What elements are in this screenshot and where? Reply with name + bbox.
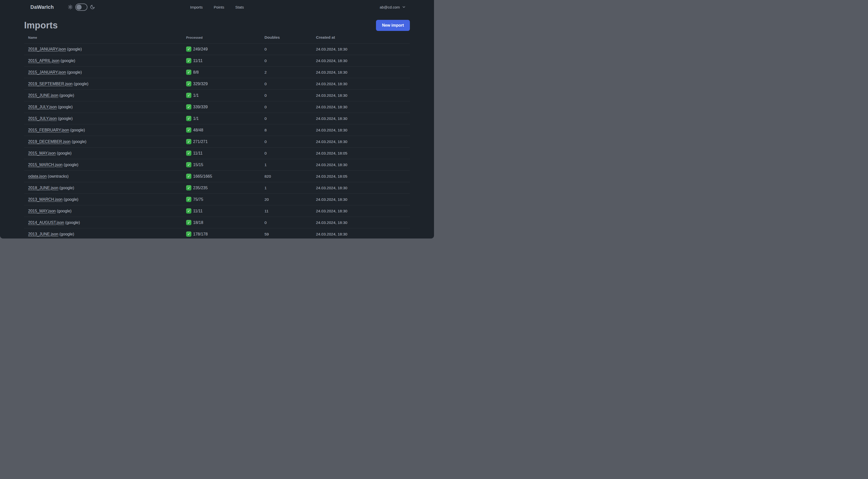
import-file-link[interactable]: 2015_FEBRUARY.json	[28, 128, 69, 132]
table-row: 2019_DECEMBER.json (google) 271/271 0 24…	[24, 136, 410, 147]
column-header-name: Name	[24, 36, 186, 39]
import-name-cell: 2015_JUNE.json (google)	[24, 93, 186, 98]
doubles-cell: 0	[265, 47, 316, 52]
import-source: (google)	[58, 105, 73, 109]
processed-count: 8/8	[193, 70, 199, 74]
success-check-icon	[186, 47, 191, 52]
theme-toggle-switch[interactable]	[75, 3, 87, 11]
import-source: (google)	[60, 93, 74, 97]
processed-count: 271/271	[193, 140, 208, 144]
import-file-link[interactable]: 2015_MAY.json	[28, 209, 56, 213]
import-file-link[interactable]: 2019_SEPTEMBER.json	[28, 82, 72, 86]
theme-toggle-group	[68, 3, 95, 11]
created-at-cell: 24.03.2024, 18:30	[316, 186, 410, 190]
import-source: (google)	[64, 197, 79, 202]
import-source: (google)	[71, 140, 86, 144]
nav-link-stats[interactable]: Stats	[235, 5, 244, 9]
processed-count: 11/11	[193, 209, 203, 213]
brand-logo[interactable]: DaWarIch	[30, 4, 54, 10]
doubles-cell: 0	[265, 220, 316, 225]
import-file-link[interactable]: odata.json	[28, 174, 47, 178]
doubles-cell: 1	[265, 186, 316, 190]
success-check-icon	[186, 70, 191, 75]
import-file-link[interactable]: 2019_DECEMBER.json	[28, 140, 70, 144]
import-source: (google)	[57, 151, 71, 155]
doubles-cell: 0	[265, 116, 316, 121]
processed-count: 75/75	[193, 197, 203, 202]
table-row: 2015_MAY.json (google) 11/11 0 24.03.202…	[24, 147, 410, 159]
processed-cell: 11/11	[186, 58, 265, 63]
success-check-icon	[186, 197, 191, 202]
table-row: 2013_MARCH.json (google) 75/75 20 24.03.…	[24, 193, 410, 205]
processed-count: 235/235	[193, 186, 208, 190]
import-source: (google)	[64, 162, 79, 167]
created-at-cell: 24.03.2024, 18:30	[316, 220, 410, 225]
import-file-link[interactable]: 2015_JUNE.json	[28, 93, 58, 97]
created-at-cell: 24.03.2024, 18:30	[316, 162, 410, 167]
import-file-link[interactable]: 2015_JULY.json	[28, 116, 57, 121]
success-check-icon	[186, 58, 191, 63]
toggle-knob	[76, 4, 82, 10]
table-row: 2015_JANUARY.json (google) 8/8 2 24.03.2…	[24, 66, 410, 78]
created-at-cell: 24.03.2024, 18:30	[316, 70, 410, 74]
processed-count: 339/339	[193, 105, 208, 109]
imports-table: Name Processed Doubles Created at 2018_J…	[24, 32, 410, 239]
import-source: (google)	[70, 128, 85, 132]
import-name-cell: 2015_JULY.json (google)	[24, 116, 186, 121]
import-file-link[interactable]: 2018_JUNE.json	[28, 186, 58, 190]
import-file-link[interactable]: 2013_MARCH.json	[28, 197, 63, 202]
doubles-cell: 8	[265, 128, 316, 132]
success-check-icon	[186, 104, 191, 110]
import-file-link[interactable]: 2015_APRIL.json	[28, 59, 60, 63]
processed-count: 329/329	[193, 82, 208, 86]
doubles-cell: 820	[265, 174, 316, 179]
import-file-link[interactable]: 2015_MARCH.json	[28, 162, 63, 167]
created-at-cell: 24.03.2024, 18:05	[316, 151, 410, 155]
import-name-cell: 2015_JANUARY.json (google)	[24, 70, 186, 74]
navbar: DaWarIch Imports	[0, 0, 434, 14]
column-header-created-at: Created at	[316, 35, 410, 40]
nav-link-imports[interactable]: Imports	[190, 5, 203, 9]
processed-count: 48/48	[193, 128, 203, 132]
table-row: 2015_JUNE.json (google) 1/1 0 24.03.2024…	[24, 89, 410, 101]
created-at-cell: 24.03.2024, 18:30	[316, 209, 410, 213]
processed-count: 18/18	[193, 220, 203, 225]
doubles-cell: 0	[265, 59, 316, 63]
nav-link-points[interactable]: Points	[214, 5, 224, 9]
import-file-link[interactable]: 2015_JANUARY.json	[28, 70, 66, 74]
processed-cell: 15/15	[186, 162, 265, 168]
import-source: (google)	[73, 82, 88, 86]
created-at-cell: 24.03.2024, 18:30	[316, 93, 410, 98]
processed-count: 15/15	[193, 162, 203, 167]
import-file-link[interactable]: 2015_MAY.json	[28, 151, 56, 155]
created-at-cell: 24.03.2024, 18:30	[316, 47, 410, 52]
processed-cell: 178/178	[186, 232, 265, 237]
moon-icon	[90, 4, 95, 9]
table-row: 2019_SEPTEMBER.json (google) 329/329 0 2…	[24, 78, 410, 89]
table-row: 2014_AUGUST.json (google) 18/18 0 24.03.…	[24, 217, 410, 228]
table-row: 2015_APRIL.json (google) 11/11 0 24.03.2…	[24, 55, 410, 66]
import-file-link[interactable]: 2018_JULY.json	[28, 105, 57, 109]
import-file-link[interactable]: 2013_JUNE.json	[28, 232, 58, 236]
import-name-cell: 2013_MARCH.json (google)	[24, 197, 186, 202]
processed-cell: 18/18	[186, 220, 265, 225]
new-import-button[interactable]: New import	[376, 20, 410, 31]
import-source: (google)	[65, 220, 80, 225]
import-name-cell: 2015_FEBRUARY.json (google)	[24, 128, 186, 132]
import-file-link[interactable]: 2014_AUGUST.json	[28, 220, 64, 225]
page-title: Imports	[24, 20, 58, 31]
processed-cell: 1/1	[186, 93, 265, 98]
import-source: (google)	[67, 70, 82, 74]
sun-icon	[68, 4, 73, 9]
import-file-link[interactable]: 2018_JANUARY.json	[28, 47, 66, 51]
user-menu[interactable]: ab@cd.com	[380, 0, 406, 14]
processed-cell: 11/11	[186, 151, 265, 156]
success-check-icon	[186, 139, 191, 144]
import-name-cell: 2015_APRIL.json (google)	[24, 59, 186, 63]
processed-cell: 1665/1665	[186, 174, 265, 179]
processed-cell: 75/75	[186, 197, 265, 202]
created-at-cell: 24.03.2024, 18:30	[316, 82, 410, 86]
processed-cell: 235/235	[186, 185, 265, 190]
import-name-cell: 2019_DECEMBER.json (google)	[24, 140, 186, 144]
import-name-cell: 2015_MAY.json (google)	[24, 151, 186, 155]
